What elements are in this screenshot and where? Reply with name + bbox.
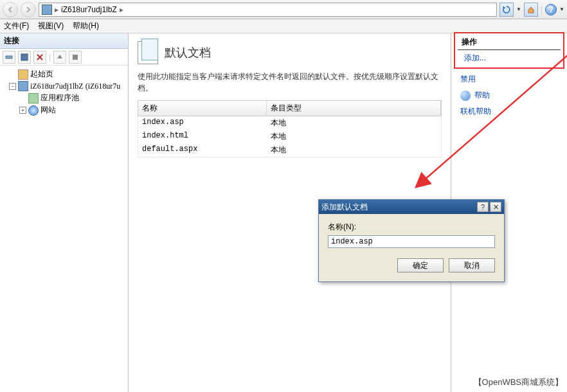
column-name[interactable]: 名称: [138, 101, 267, 116]
globe-icon: [28, 105, 39, 116]
menu-file[interactable]: 文件(F): [4, 21, 29, 31]
breadcrumb-separator-icon: ▸: [120, 5, 123, 14]
refresh-icon: [503, 6, 510, 13]
up-icon: [56, 53, 64, 61]
tree-item-app-pool[interactable]: 应用程序池: [1, 92, 127, 104]
breadcrumb-separator-icon: ▸: [55, 5, 59, 14]
disk-icon: [21, 53, 28, 61]
tree-item-server[interactable]: - iZ618ur7udj1lbZ (iZ618ur7u: [1, 80, 127, 92]
cell-type: 本地: [267, 143, 441, 157]
dialog-help-button[interactable]: ?: [477, 202, 489, 212]
connections-panel: 连接 | 起始页 - iZ618ur7udj1lbZ (iZ618ur7u: [0, 33, 129, 392]
watermark: 【OpenWBS商城系统】: [474, 377, 563, 388]
main-area: 连接 | 起始页 - iZ618ur7udj1lbZ (iZ618ur7u: [0, 33, 567, 392]
dropdown-icon[interactable]: ▼: [559, 6, 564, 12]
arrow-left-icon: [7, 6, 14, 13]
up-button[interactable]: [53, 51, 66, 64]
x-icon: [36, 53, 44, 61]
top-toolbar: ▸ iZ618ur7udj1lbZ ▸ ▼ | ? ▼: [0, 0, 567, 19]
action-help[interactable]: 帮助: [451, 87, 567, 103]
action-label: 禁用: [460, 74, 476, 85]
dialog-title: 添加默认文档: [321, 202, 368, 213]
save-button[interactable]: [18, 51, 31, 64]
help-icon: [460, 91, 471, 101]
cell-type: 本地: [267, 116, 441, 130]
svg-rect-2: [73, 55, 78, 60]
table-body: index.asp 本地 index.html 本地 default.aspx …: [138, 116, 442, 157]
connections-tree: 起始页 - iZ618ur7udj1lbZ (iZ618ur7u 应用程序池 +…: [0, 66, 128, 119]
connections-toolbar: |: [0, 49, 128, 66]
page-description: 使用此功能指定当客户端未请求特定文件名时返回的默认文件。按优先级顺序设置默认文档…: [138, 71, 442, 94]
link-icon: [5, 53, 13, 61]
table-row[interactable]: index.asp 本地: [138, 116, 441, 130]
nav-forward-button[interactable]: [21, 2, 36, 17]
expander-icon[interactable]: +: [19, 107, 26, 114]
tree-label: 网站: [40, 105, 56, 116]
tree-item-start[interactable]: 起始页: [1, 68, 127, 80]
cell-name: default.aspx: [138, 143, 267, 157]
action-add[interactable]: 添加...: [455, 50, 563, 66]
svg-rect-0: [6, 56, 12, 58]
breadcrumb-root: iZ618ur7udj1lbZ: [61, 5, 117, 14]
name-input[interactable]: [328, 235, 495, 248]
dialog-close-button[interactable]: ✕: [490, 202, 501, 212]
arrow-right-icon: [25, 6, 32, 13]
tree-label: 应用程序池: [40, 93, 79, 103]
table-header: 名称 条目类型: [138, 100, 442, 116]
server-icon: [18, 81, 28, 91]
name-label: 名称(N):: [328, 222, 495, 233]
stop-icon: [71, 53, 79, 61]
home-button[interactable]: [524, 3, 538, 17]
connect-button[interactable]: [3, 51, 15, 64]
annotation-highlight: 操作 添加...: [454, 32, 564, 69]
column-type[interactable]: 条目类型: [267, 101, 441, 116]
tree-label: 起始页: [30, 69, 53, 80]
cancel-button[interactable]: 取消: [449, 258, 495, 272]
help-button[interactable]: ?: [545, 4, 557, 15]
default-document-icon: [138, 41, 158, 64]
refresh-button[interactable]: [500, 3, 514, 17]
page-header: 默认文档: [138, 41, 442, 64]
cell-name: index.html: [138, 130, 267, 143]
cell-name: index.asp: [138, 116, 267, 130]
menubar: 文件(F) 视图(V) 帮助(H): [0, 19, 567, 33]
cell-type: 本地: [267, 130, 441, 143]
server-icon: [42, 4, 52, 15]
dialog-titlebar[interactable]: 添加默认文档 ? ✕: [319, 200, 504, 214]
action-label: 帮助: [474, 90, 490, 101]
stop-button[interactable]: [69, 51, 82, 64]
action-label: 添加...: [464, 53, 486, 64]
menu-help[interactable]: 帮助(H): [73, 21, 99, 31]
action-online-help[interactable]: 联机帮助: [451, 103, 567, 120]
ok-button[interactable]: 确定: [397, 258, 444, 272]
svg-rect-1: [21, 54, 28, 60]
toolbar-right: ▼ | ? ▼: [500, 3, 564, 17]
tree-label: iZ618ur7udj1lbZ (iZ618ur7u: [30, 82, 120, 91]
page-title: 默认文档: [165, 45, 211, 60]
breadcrumb[interactable]: ▸ iZ618ur7udj1lbZ ▸: [39, 3, 497, 17]
delete-button[interactable]: [33, 51, 46, 64]
actions-title: 操作: [458, 35, 561, 50]
action-label: 联机帮助: [460, 106, 491, 117]
start-page-icon: [18, 69, 28, 80]
app-pool-icon: [28, 93, 39, 103]
tree-item-sites[interactable]: + 网站: [1, 104, 127, 116]
add-default-document-dialog: 添加默认文档 ? ✕ 名称(N): 确定 取消: [318, 199, 505, 282]
connections-title: 连接: [0, 33, 128, 49]
content-panel: 默认文档 使用此功能指定当客户端未请求特定文件名时返回的默认文件。按优先级顺序设…: [129, 33, 451, 392]
nav-back-button[interactable]: [3, 2, 18, 17]
table-row[interactable]: index.html 本地: [138, 130, 441, 143]
action-disable[interactable]: 禁用: [451, 71, 567, 87]
menu-view[interactable]: 视图(V): [38, 21, 64, 31]
table-row[interactable]: default.aspx 本地: [138, 143, 441, 157]
dropdown-icon[interactable]: ▼: [516, 6, 521, 12]
expander-icon[interactable]: -: [9, 83, 16, 90]
home-icon: [527, 6, 535, 13]
